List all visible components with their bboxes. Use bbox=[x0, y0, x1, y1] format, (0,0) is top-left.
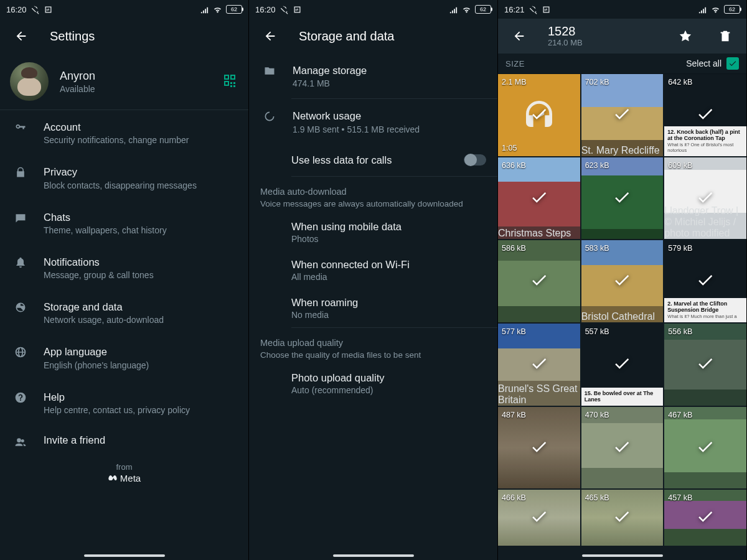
media-tile[interactable]: 470 kB bbox=[581, 407, 664, 489]
media-tile[interactable]: 636 kBChristmas Steps bbox=[498, 157, 580, 240]
help-icon bbox=[14, 391, 27, 404]
mute-icon bbox=[529, 5, 538, 14]
nav-handle[interactable] bbox=[582, 554, 663, 557]
media-tile[interactable]: 556 kB bbox=[664, 324, 746, 406]
media-panel: 16:21 62 1528 214.0 MB SIZE Select all 2… bbox=[498, 0, 747, 560]
row-help[interactable]: HelpHelp centre, contact us, privacy pol… bbox=[0, 380, 248, 425]
nav-handle[interactable] bbox=[333, 554, 414, 557]
page-title: Settings bbox=[50, 29, 238, 44]
select-all-checkbox[interactable] bbox=[726, 57, 739, 70]
profile-row[interactable]: Anyron Available bbox=[0, 54, 248, 110]
media-tile[interactable]: 466 kB bbox=[498, 490, 580, 546]
row-title: When roaming bbox=[291, 297, 486, 309]
back-button[interactable] bbox=[10, 25, 32, 47]
back-button[interactable] bbox=[508, 25, 530, 47]
page-title: Storage and data bbox=[299, 29, 487, 44]
tile-check-icon bbox=[696, 354, 715, 375]
row-sub: Photos bbox=[291, 234, 486, 244]
media-tile[interactable]: 586 kB bbox=[498, 240, 580, 322]
media-tile[interactable]: 457 kB bbox=[664, 490, 746, 546]
row-manage-storage[interactable]: Manage storage474.1 MB bbox=[249, 54, 497, 98]
row-network-usage[interactable]: Network usage1.9 MB sent • 515.1 MB rece… bbox=[249, 99, 497, 144]
row-privacy[interactable]: PrivacyBlock contacts, disappearing mess… bbox=[0, 155, 248, 200]
row-wifi[interactable]: When connected on Wi-Fi All media bbox=[249, 251, 497, 289]
row-storage[interactable]: Storage and dataNetwork usage, auto-down… bbox=[0, 290, 248, 335]
back-button[interactable] bbox=[259, 25, 281, 47]
media-tile[interactable]: 487 kB bbox=[498, 407, 580, 489]
tile-duration: 1:05 bbox=[502, 144, 517, 152]
tile-size: 457 kB bbox=[668, 493, 692, 502]
tile-check-icon bbox=[696, 437, 715, 459]
tile-size: 642 kB bbox=[668, 78, 692, 86]
nav-handle[interactable] bbox=[84, 554, 165, 557]
tile-check-icon bbox=[613, 271, 631, 292]
row-less-data[interactable]: Use less data for calls bbox=[249, 144, 497, 176]
media-tile[interactable]: 642 kB12. Knock back (half) a pint at th… bbox=[664, 74, 746, 156]
row-account[interactable]: AccountSecurity notifications, change nu… bbox=[0, 110, 248, 155]
toggle-switch[interactable] bbox=[464, 154, 486, 166]
tile-check-icon bbox=[613, 105, 631, 126]
wifi-icon bbox=[462, 5, 471, 14]
row-sub: Block contacts, disappearing messages bbox=[44, 180, 197, 190]
media-tile[interactable]: 623 kB bbox=[581, 157, 664, 240]
row-title: Invite a friend bbox=[44, 435, 105, 446]
battery-indicator: 62 bbox=[226, 5, 242, 14]
row-notifications[interactable]: NotificationsMessage, group & call tones bbox=[0, 245, 248, 290]
network-icon bbox=[263, 110, 276, 123]
row-sub: All media bbox=[291, 272, 486, 282]
profile-name: Anyron bbox=[60, 70, 95, 83]
tile-check-icon bbox=[530, 507, 548, 528]
media-tile[interactable]: 579 kB2. Marvel at the Clifton Suspensio… bbox=[664, 240, 746, 322]
mute-icon bbox=[31, 5, 40, 14]
row-title: App language bbox=[44, 345, 149, 358]
row-sub: Theme, wallpapers, chat history bbox=[44, 225, 167, 235]
media-tile[interactable]: 577 kBBrunel's SS Great Britain bbox=[498, 324, 580, 406]
media-tile[interactable]: 557 kB15. Be bowled over at The Lanes bbox=[581, 324, 664, 406]
app-bar: 1528 214.0 MB bbox=[498, 19, 746, 54]
star-button[interactable] bbox=[674, 25, 697, 47]
check-icon bbox=[728, 59, 737, 68]
tile-size: 623 kB bbox=[585, 161, 609, 170]
mute-icon bbox=[280, 5, 289, 14]
select-all-label[interactable]: Select all bbox=[686, 58, 721, 68]
qr-button[interactable] bbox=[222, 73, 237, 90]
trash-icon bbox=[718, 29, 732, 43]
status-bar: 16:20 62 bbox=[249, 0, 497, 19]
row-language[interactable]: App languageEnglish (phone's language) bbox=[0, 335, 248, 380]
row-invite[interactable]: Invite a friend bbox=[0, 425, 248, 459]
nfc-icon bbox=[542, 5, 551, 14]
media-tile[interactable]: 2.1 MB1:05 bbox=[498, 74, 580, 156]
bell-icon bbox=[14, 256, 27, 269]
avatar[interactable] bbox=[10, 62, 49, 101]
settings-panel: 16:20 62 Settings Anyron Available Accou… bbox=[0, 0, 249, 560]
sort-row: SIZE Select all bbox=[498, 54, 746, 74]
storage-panel: 16:20 62 Storage and data Manage storage… bbox=[249, 0, 498, 560]
media-tile[interactable]: 609 kBLlandoger Trow | © Michiel Jelijs … bbox=[664, 157, 746, 240]
media-tile[interactable]: 583 kBBristol Cathedral bbox=[581, 240, 664, 322]
page-subtitle: 214.0 MB bbox=[548, 38, 657, 49]
profile-status: Available bbox=[60, 84, 95, 94]
row-photo-quality[interactable]: Photo upload quality Auto (recommended) bbox=[249, 365, 497, 403]
globe-icon bbox=[14, 346, 27, 358]
signal-icon bbox=[449, 5, 458, 14]
battery-indicator: 62 bbox=[475, 5, 491, 14]
row-chats[interactable]: ChatsTheme, wallpapers, chat history bbox=[0, 200, 248, 245]
media-tile[interactable]: 467 kB bbox=[664, 407, 746, 489]
media-grid: 2.1 MB1:05702 kBSt. Mary Redcliffe642 kB… bbox=[498, 74, 746, 546]
row-title: When connected on Wi-Fi bbox=[291, 259, 486, 271]
wifi-icon bbox=[711, 5, 720, 14]
status-bar: 16:21 62 bbox=[498, 0, 746, 19]
sort-by-label[interactable]: SIZE bbox=[505, 59, 525, 68]
status-bar: 16:20 62 bbox=[0, 0, 248, 19]
row-roaming[interactable]: When roaming No media bbox=[249, 289, 497, 327]
delete-button[interactable] bbox=[714, 25, 736, 47]
media-tile[interactable]: 702 kBSt. Mary Redcliffe bbox=[581, 74, 664, 156]
tile-check-icon bbox=[530, 271, 548, 292]
row-title: Network usage bbox=[293, 109, 420, 123]
tile-size: 579 kB bbox=[668, 244, 692, 253]
folder-icon bbox=[263, 65, 276, 77]
row-title: Chats bbox=[44, 210, 167, 224]
media-tile[interactable]: 465 kB bbox=[581, 490, 664, 546]
row-mobile-data[interactable]: When using mobile data Photos bbox=[249, 213, 497, 251]
tile-size: 556 kB bbox=[668, 327, 692, 336]
